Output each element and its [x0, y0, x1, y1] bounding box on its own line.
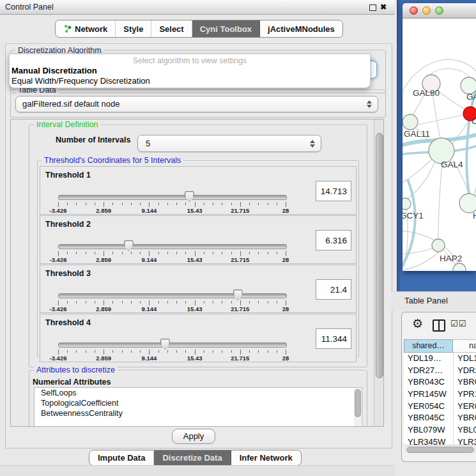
column-header-shared-name[interactable]: shared… — [404, 339, 453, 353]
control-panel-titlebar: Control Panel ✖ — [0, 0, 395, 15]
tab-label: Select — [159, 24, 183, 34]
attributes-group-label: Attributes to discretize — [34, 365, 118, 374]
slider-thumb[interactable] — [185, 191, 194, 202]
apply-button[interactable]: Apply — [172, 429, 215, 444]
node-label: GAL4 — [441, 160, 463, 169]
network-window[interactable]: GAL80 GA GAL11 C GAL4 GCY1 H HAP2 — [403, 3, 476, 271]
numerical-attributes-list[interactable]: SelfLoopsTopologicalCoefficientBetweenne… — [34, 387, 362, 427]
node-label: GAL80 — [413, 88, 440, 98]
tab-discretize-data[interactable]: Discretize Data — [154, 450, 231, 465]
cell-name: YBL0 — [457, 424, 476, 436]
float-window-icon[interactable] — [369, 4, 376, 11]
threshold-value-field[interactable]: 14.713 — [316, 181, 351, 201]
settings-scrollpane: Interval Definition Number of Intervals … — [10, 119, 384, 427]
table-row[interactable]: YBR045CYBR0 — [404, 412, 476, 424]
node-label: GCY1 — [403, 211, 424, 220]
threshold-slider[interactable]: -3.4262.8599.14415.4321.71528 — [58, 265, 286, 312]
cell-name: YDR2 — [457, 365, 476, 377]
slider-tick-labels: -3.4262.8599.14415.4321.71528 — [58, 256, 286, 264]
threshold-value-field[interactable]: 11.344 — [316, 328, 351, 349]
threshold-slider[interactable]: -3.4262.8599.14415.4321.71528 — [58, 167, 286, 214]
split-columns-icon[interactable] — [433, 319, 445, 332]
table-panel-titlebar: Table Panel — [391, 291, 476, 310]
main-scrollbar-thumb[interactable] — [376, 133, 383, 378]
close-icon[interactable]: ✖ — [380, 0, 387, 14]
network-graph: GAL80 GA GAL11 C GAL4 GCY1 H HAP2 — [403, 19, 476, 271]
attribute-item-selfloops[interactable]: SelfLoops — [35, 388, 362, 398]
table-hscrollbar-thumb[interactable] — [406, 447, 474, 453]
table-row[interactable]: YER054CYER0 — [404, 401, 476, 413]
cell-shared-name: YBL079W — [408, 424, 445, 436]
dropdown-placeholder-option[interactable]: Select algorithm to view settings — [10, 56, 370, 65]
app-root: Control Panel ✖ NetworkStyleSelectCyni T… — [0, 0, 476, 476]
zoom-traffic-light-icon[interactable] — [435, 6, 443, 15]
list-scrollbar-thumb[interactable] — [355, 389, 361, 417]
tab-label: Cyni Toolbox — [200, 24, 252, 34]
numerical-attributes-title: Numerical Attributes — [33, 378, 111, 387]
table-row[interactable]: YBL079WYBL0 — [404, 424, 476, 436]
threshold-value-field[interactable]: 21.4 — [316, 279, 351, 300]
slider-ticks — [58, 251, 286, 256]
cell-shared-name: YPR145W — [408, 388, 447, 401]
slider-track[interactable] — [58, 195, 287, 200]
dropdown-option-manual-discretization[interactable]: Manual Discretization — [12, 66, 97, 75]
tab-jactivemnodules[interactable]: jActiveMNodules — [260, 20, 342, 37]
tab-style[interactable]: Style — [116, 20, 151, 37]
list-scrollbar[interactable] — [354, 388, 361, 427]
gear-icon[interactable]: ⚙ — [412, 316, 423, 331]
column-header-name[interactable]: na — [453, 339, 476, 353]
table-data-combobox[interactable]: galFiltered.sif default node — [15, 96, 378, 112]
slider-thumb[interactable] — [233, 289, 243, 300]
node-hap2 — [432, 239, 445, 252]
top-tab-bar: NetworkStyleSelectCyni ToolboxjActiveMNo… — [55, 20, 343, 38]
cell-shared-name: YBR043C — [408, 376, 445, 388]
table-data-value: galFiltered.sif default node — [22, 96, 119, 112]
node-label: GAL11 — [404, 129, 430, 139]
table-row[interactable]: YBR043CYBR0 — [404, 376, 476, 388]
table-hscrollbar[interactable] — [404, 445, 476, 453]
column-separator — [453, 353, 454, 445]
threshold-value-field[interactable]: 6.316 — [316, 230, 351, 250]
node-label: GA — [466, 92, 476, 102]
tab-network[interactable]: Network — [56, 20, 116, 37]
close-traffic-light-icon[interactable] — [410, 6, 418, 15]
table-row[interactable]: YPR145WYPR1 — [404, 388, 476, 401]
slider-ticks — [58, 300, 286, 305]
combo-arrows-icon — [367, 100, 372, 108]
network-window-titlebar[interactable] — [403, 3, 476, 19]
slider-thumb[interactable] — [160, 339, 170, 349]
dropdown-option-equal-width[interactable]: Equal Width/Frequency Discretization — [12, 76, 150, 86]
cell-shared-name: YDR27… — [408, 365, 443, 377]
tab-impute-data[interactable]: Impute Data — [89, 450, 154, 465]
node-h — [459, 194, 476, 213]
tab-select[interactable]: Select — [151, 20, 192, 37]
select-columns-icon[interactable]: ☑☑ — [450, 319, 466, 328]
threshold-slider[interactable]: -3.4262.8599.14415.4321.71528 — [58, 314, 286, 362]
tab-label: Impute Data — [98, 453, 145, 463]
attribute-item-betweennesscentrality[interactable]: BetweennessCentrality — [35, 408, 362, 418]
table-row[interactable]: YLR345WYLR3 — [404, 436, 476, 445]
slider-tick-labels: -3.4262.8599.14415.4321.71528 — [58, 207, 286, 215]
number-of-intervals-combobox[interactable]: 5 — [137, 135, 321, 152]
threshold-coordinates-label: Threshold's Coordinates for 5 Intervals — [42, 156, 183, 165]
slider-track[interactable] — [58, 342, 287, 348]
slider-ticks — [58, 202, 286, 207]
tab-infer-network[interactable]: Infer Network — [231, 450, 301, 465]
minimize-traffic-light-icon[interactable] — [422, 6, 431, 15]
cell-name: YBR0 — [457, 376, 476, 388]
network-canvas[interactable]: GAL80 GA GAL11 C GAL4 GCY1 H HAP2 — [403, 19, 476, 271]
cell-name: YDL1 — [457, 353, 476, 365]
main-scrollbar[interactable] — [374, 119, 383, 426]
node-label: HAP2 — [440, 254, 462, 263]
threshold-slider[interactable]: -3.4262.8599.14415.4321.71528 — [58, 216, 286, 263]
slider-track[interactable] — [58, 293, 287, 298]
table-row[interactable]: YDR27…YDR2 — [404, 365, 476, 377]
node-gcy1 — [403, 198, 411, 210]
attribute-item-topologicalcoefficient[interactable]: TopologicalCoefficient — [35, 398, 362, 408]
tab-cyni-toolbox[interactable]: Cyni Toolbox — [192, 20, 260, 37]
cell-shared-name: YER054C — [408, 401, 445, 413]
node-gal11 — [403, 114, 418, 130]
slider-thumb[interactable] — [124, 240, 134, 251]
slider-track[interactable] — [58, 244, 287, 249]
table-row[interactable]: YDL19…YDL1 — [404, 353, 476, 365]
